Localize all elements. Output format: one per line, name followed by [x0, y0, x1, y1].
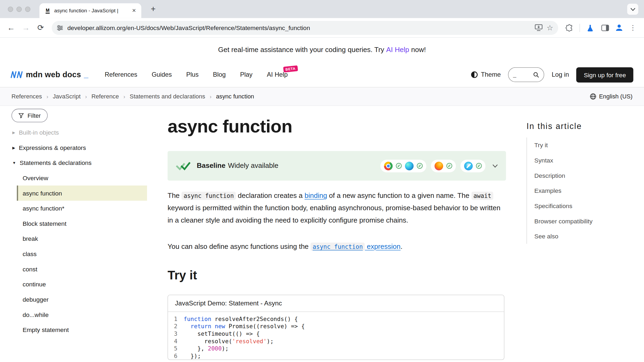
address-bar[interactable]: developer.allizom.org/en-US/docs/Web/Jav…: [52, 21, 558, 35]
side-panel-icon[interactable]: [598, 21, 612, 35]
window-close-button[interactable]: [8, 6, 13, 12]
login-link[interactable]: Log in: [552, 71, 569, 79]
experiment-flask-icon[interactable]: [583, 21, 597, 35]
sidebar-item-async-function[interactable]: async function: [17, 186, 147, 201]
safari-icon: [464, 161, 473, 170]
browser-window: M async function - JavaScript | × + ← → …: [0, 0, 644, 362]
breadcrumb-references[interactable]: References: [12, 93, 42, 99]
toc-item-syntax[interactable]: Syntax: [534, 153, 635, 168]
forward-button[interactable]: →: [19, 21, 33, 35]
breadcrumb-javascript[interactable]: JavaScript: [53, 93, 81, 99]
async-function-expression-link[interactable]: async function: [310, 243, 365, 251]
sidebar-item-statements-declarations[interactable]: ▼ Statements & declarations: [12, 155, 147, 171]
sidebar: Filter ▶ Built-in objects ▶ Expressions …: [12, 106, 147, 362]
url-text[interactable]: developer.allizom.org/en-US/docs/Web/Jav…: [67, 24, 530, 31]
profile-avatar[interactable]: [613, 21, 625, 34]
try-it-heading: Try it: [167, 268, 506, 282]
toc-item-browser-compatibility[interactable]: Browser compatibility: [534, 213, 635, 229]
breadcrumb-separator: ›: [46, 93, 48, 99]
sidebar-filter-button[interactable]: Filter: [12, 109, 48, 123]
binding-link[interactable]: binding: [305, 192, 327, 200]
nav-play[interactable]: Play: [240, 71, 253, 79]
sidebar-item-do-while[interactable]: do...while: [17, 307, 147, 322]
nav-references[interactable]: References: [105, 71, 137, 79]
breadcrumb-reference[interactable]: Reference: [92, 93, 119, 99]
breadcrumb-separator: ›: [123, 93, 125, 99]
sidebar-item-const[interactable]: const: [17, 261, 147, 277]
breadcrumb-statements[interactable]: Statements and declarations: [130, 93, 205, 99]
toc-item-try-it[interactable]: Try it: [534, 138, 635, 153]
tab-close-icon[interactable]: ×: [131, 7, 137, 14]
theme-toggle[interactable]: Theme: [471, 71, 501, 79]
toc-item-examples[interactable]: Examples: [534, 183, 635, 198]
sidebar-item-class[interactable]: class: [17, 246, 147, 261]
promo-ai-help-link[interactable]: AI Help: [386, 46, 409, 54]
baseline-status: BaselineWidely available: [197, 162, 278, 170]
supported-check-icon: ✓: [417, 163, 423, 169]
site-header: mdn web docs_ References Guides Plus Blo…: [0, 62, 644, 87]
toolbar-divider: [580, 24, 580, 32]
nav-ai-help[interactable]: AI HelpBETA: [267, 71, 288, 79]
reload-button[interactable]: ⟳: [34, 21, 48, 35]
promo-text-after: now!: [411, 46, 426, 54]
browser-menu-icon[interactable]: ⋮: [626, 21, 640, 35]
supported-check-icon: ✓: [396, 163, 402, 169]
toc-item-see-also[interactable]: See also: [534, 229, 635, 244]
mdn-logo[interactable]: mdn web docs_: [11, 70, 88, 79]
code-line: 2 return new Promise((resolve) => {: [168, 323, 504, 330]
language-switcher[interactable]: English (US): [590, 93, 632, 99]
expression-link[interactable]: expression: [365, 243, 401, 250]
new-tab-button[interactable]: +: [148, 4, 159, 14]
toc-item-specifications[interactable]: Specifications: [534, 198, 635, 213]
signup-button[interactable]: Sign up for free: [576, 67, 633, 82]
theme-icon: [471, 71, 478, 78]
promo-banner: Get real-time assistance with your codin…: [0, 38, 644, 62]
main-navigation: References Guides Plus Blog Play AI Help…: [105, 71, 288, 79]
code-line: 4 resolve('resolved');: [168, 337, 504, 345]
sidebar-item-continue[interactable]: continue: [17, 277, 147, 292]
site-search-input[interactable]: _: [508, 67, 544, 82]
chevron-down-icon: [630, 8, 635, 11]
nav-guides[interactable]: Guides: [152, 71, 172, 79]
browser-tab[interactable]: M async function - JavaScript | ×: [39, 3, 141, 18]
baseline-browser-support: ✓ ✓ ✓ ✓: [380, 160, 498, 172]
breadcrumb-current: async function: [216, 93, 254, 99]
firefox-icon: [434, 161, 443, 170]
sidebar-item-expressions-operators[interactable]: ▶ Expressions & operators: [12, 140, 147, 155]
sidebar-item-empty-statement[interactable]: Empty statement: [17, 322, 147, 338]
toc-title: In this article: [526, 121, 635, 131]
bookmark-star-icon[interactable]: ☆: [547, 23, 553, 32]
nav-plus[interactable]: Plus: [186, 71, 199, 79]
line-number: 6: [168, 352, 184, 360]
window-minimize-button[interactable]: [16, 6, 22, 12]
table-of-contents: In this article Try it Syntax Descriptio…: [526, 106, 635, 362]
chevron-down-icon: [492, 164, 498, 168]
baseline-expand-button[interactable]: [492, 164, 498, 168]
support-pill-safari: ✓: [460, 160, 485, 172]
sidebar-item-built-in-objects[interactable]: ▶ Built-in objects: [12, 125, 147, 140]
site-settings-icon[interactable]: [57, 24, 63, 31]
sidebar-item-overview[interactable]: Overview: [17, 170, 147, 186]
line-number: 5: [168, 345, 184, 352]
tab-strip: M async function - JavaScript | × +: [0, 0, 644, 18]
extensions-puzzle-icon[interactable]: [562, 21, 576, 35]
inline-code: async function: [182, 192, 236, 200]
install-icon[interactable]: [535, 24, 543, 31]
sidebar-item-debugger[interactable]: debugger: [17, 292, 147, 307]
tab-search-button[interactable]: [627, 4, 638, 15]
code-editor[interactable]: 1 function resolveAfter2Seconds() { 2 re…: [168, 312, 504, 360]
back-button[interactable]: ←: [4, 21, 18, 35]
baseline-check-icon: [176, 161, 191, 171]
sidebar-item-block-statement[interactable]: Block statement: [17, 216, 147, 231]
baseline-banner[interactable]: BaselineWidely available ✓ ✓ ✓ ✓: [167, 151, 506, 180]
toc-item-description[interactable]: Description: [534, 168, 635, 183]
mdn-logo-text: mdn web docs: [26, 70, 81, 79]
nav-blog[interactable]: Blog: [213, 71, 226, 79]
window-controls: [8, 6, 30, 12]
support-pill-firefox: ✓: [431, 160, 456, 172]
sidebar-item-break[interactable]: break: [17, 231, 147, 246]
window-zoom-button[interactable]: [25, 6, 30, 12]
promo-text-before: Get real-time assistance with your codin…: [218, 46, 384, 54]
sidebar-item-async-function-star[interactable]: async function*: [17, 201, 147, 216]
code-line: 5 }, 2000);: [168, 345, 504, 352]
